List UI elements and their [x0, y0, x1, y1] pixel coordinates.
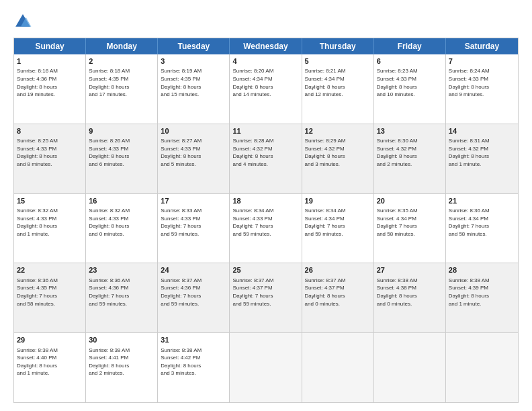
header — [13, 12, 519, 31]
day-number: 25 — [232, 265, 298, 275]
calendar-cell: 11Sunrise: 8:28 AMSunset: 4:32 PMDayligh… — [230, 124, 302, 193]
cell-info: Sunrise: 8:37 AMSunset: 4:37 PMDaylight:… — [305, 277, 371, 308]
logo-icon — [13, 12, 32, 31]
weekday-header-monday: Monday — [86, 38, 158, 54]
day-number: 16 — [89, 196, 154, 206]
day-number: 11 — [232, 126, 298, 136]
cell-info: Sunrise: 8:31 AMSunset: 4:32 PMDaylight:… — [449, 137, 515, 168]
weekday-header-sunday: Sunday — [14, 38, 86, 54]
day-number: 18 — [232, 196, 298, 206]
calendar: SundayMondayTuesdayWednesdayThursdayFrid… — [13, 38, 519, 403]
weekday-header-thursday: Thursday — [302, 38, 374, 54]
calendar-cell: 28Sunrise: 8:38 AMSunset: 4:39 PMDayligh… — [446, 263, 518, 332]
calendar-cell: 30Sunrise: 8:38 AMSunset: 4:41 PMDayligh… — [86, 333, 158, 402]
cell-info: Sunrise: 8:32 AMSunset: 4:33 PMDaylight:… — [89, 207, 154, 238]
cell-info: Sunrise: 8:29 AMSunset: 4:32 PMDaylight:… — [305, 137, 371, 168]
calendar-row-2: 15Sunrise: 8:32 AMSunset: 4:33 PMDayligh… — [14, 193, 518, 263]
calendar-cell: 29Sunrise: 8:38 AMSunset: 4:40 PMDayligh… — [14, 333, 86, 402]
day-number: 8 — [17, 126, 83, 136]
calendar-row-1: 8Sunrise: 8:25 AMSunset: 4:33 PMDaylight… — [14, 124, 518, 193]
calendar-cell: 10Sunrise: 8:27 AMSunset: 4:33 PMDayligh… — [158, 124, 230, 193]
cell-info: Sunrise: 8:36 AMSunset: 4:35 PMDaylight:… — [17, 277, 83, 308]
weekday-header-tuesday: Tuesday — [158, 38, 230, 54]
day-number: 19 — [305, 196, 371, 206]
cell-info: Sunrise: 8:24 AMSunset: 4:33 PMDaylight:… — [449, 67, 515, 98]
day-number: 21 — [449, 196, 515, 206]
day-number: 17 — [161, 196, 226, 206]
day-number: 7 — [449, 56, 515, 66]
cell-info: Sunrise: 8:30 AMSunset: 4:32 PMDaylight:… — [377, 137, 443, 168]
logo — [13, 12, 35, 31]
calendar-cell — [230, 333, 302, 402]
day-number: 24 — [161, 265, 226, 275]
day-number: 20 — [377, 196, 443, 206]
cell-info: Sunrise: 8:38 AMSunset: 4:40 PMDaylight:… — [17, 347, 83, 377]
calendar-cell: 15Sunrise: 8:32 AMSunset: 4:33 PMDayligh… — [14, 194, 86, 263]
calendar-cell — [446, 333, 518, 402]
calendar-cell: 9Sunrise: 8:26 AMSunset: 4:33 PMDaylight… — [86, 124, 158, 193]
calendar-cell: 18Sunrise: 8:34 AMSunset: 4:33 PMDayligh… — [230, 194, 302, 263]
cell-info: Sunrise: 8:32 AMSunset: 4:33 PMDaylight:… — [17, 207, 83, 238]
page: SundayMondayTuesdayWednesdayThursdayFrid… — [0, 0, 532, 411]
day-number: 10 — [161, 126, 226, 136]
calendar-cell: 20Sunrise: 8:35 AMSunset: 4:34 PMDayligh… — [374, 194, 446, 263]
cell-info: Sunrise: 8:38 AMSunset: 4:41 PMDaylight:… — [89, 347, 154, 377]
calendar-cell: 21Sunrise: 8:36 AMSunset: 4:34 PMDayligh… — [446, 194, 518, 263]
calendar-row-3: 22Sunrise: 8:36 AMSunset: 4:35 PMDayligh… — [14, 263, 518, 332]
cell-info: Sunrise: 8:23 AMSunset: 4:33 PMDaylight:… — [377, 67, 443, 98]
day-number: 23 — [89, 265, 154, 275]
calendar-cell: 26Sunrise: 8:37 AMSunset: 4:37 PMDayligh… — [302, 263, 374, 332]
cell-info: Sunrise: 8:38 AMSunset: 4:39 PMDaylight:… — [449, 277, 515, 308]
cell-info: Sunrise: 8:36 AMSunset: 4:34 PMDaylight:… — [449, 207, 515, 238]
calendar-cell: 17Sunrise: 8:33 AMSunset: 4:33 PMDayligh… — [158, 194, 230, 263]
calendar-cell: 24Sunrise: 8:37 AMSunset: 4:36 PMDayligh… — [158, 263, 230, 332]
cell-info: Sunrise: 8:34 AMSunset: 4:33 PMDaylight:… — [232, 207, 298, 238]
cell-info: Sunrise: 8:16 AMSunset: 4:36 PMDaylight:… — [17, 67, 83, 98]
weekday-header-saturday: Saturday — [446, 38, 518, 54]
calendar-cell — [374, 333, 446, 402]
cell-info: Sunrise: 8:38 AMSunset: 4:42 PMDaylight:… — [161, 347, 226, 377]
cell-info: Sunrise: 8:37 AMSunset: 4:37 PMDaylight:… — [232, 277, 298, 308]
calendar-cell: 25Sunrise: 8:37 AMSunset: 4:37 PMDayligh… — [230, 263, 302, 332]
calendar-cell: 6Sunrise: 8:23 AMSunset: 4:33 PMDaylight… — [374, 54, 446, 124]
day-number: 9 — [89, 126, 154, 136]
calendar-cell: 7Sunrise: 8:24 AMSunset: 4:33 PMDaylight… — [446, 54, 518, 124]
day-number: 3 — [161, 56, 226, 66]
day-number: 12 — [305, 126, 371, 136]
calendar-body: 1Sunrise: 8:16 AMSunset: 4:36 PMDaylight… — [14, 54, 518, 402]
cell-info: Sunrise: 8:21 AMSunset: 4:34 PMDaylight:… — [305, 67, 371, 98]
cell-info: Sunrise: 8:25 AMSunset: 4:33 PMDaylight:… — [17, 137, 83, 168]
day-number: 15 — [17, 196, 83, 206]
calendar-cell: 16Sunrise: 8:32 AMSunset: 4:33 PMDayligh… — [86, 194, 158, 263]
calendar-cell: 13Sunrise: 8:30 AMSunset: 4:32 PMDayligh… — [374, 124, 446, 193]
calendar-row-4: 29Sunrise: 8:38 AMSunset: 4:40 PMDayligh… — [14, 332, 518, 402]
cell-info: Sunrise: 8:26 AMSunset: 4:33 PMDaylight:… — [89, 137, 154, 168]
calendar-cell: 2Sunrise: 8:18 AMSunset: 4:35 PMDaylight… — [86, 54, 158, 124]
calendar-cell: 14Sunrise: 8:31 AMSunset: 4:32 PMDayligh… — [446, 124, 518, 193]
cell-info: Sunrise: 8:37 AMSunset: 4:36 PMDaylight:… — [161, 277, 226, 308]
day-number: 28 — [449, 265, 515, 275]
weekday-header-friday: Friday — [374, 38, 446, 54]
calendar-cell: 12Sunrise: 8:29 AMSunset: 4:32 PMDayligh… — [302, 124, 374, 193]
calendar-cell: 1Sunrise: 8:16 AMSunset: 4:36 PMDaylight… — [14, 54, 86, 124]
day-number: 27 — [377, 265, 443, 275]
calendar-header: SundayMondayTuesdayWednesdayThursdayFrid… — [14, 38, 518, 54]
calendar-cell: 19Sunrise: 8:34 AMSunset: 4:34 PMDayligh… — [302, 194, 374, 263]
day-number: 13 — [377, 126, 443, 136]
cell-info: Sunrise: 8:34 AMSunset: 4:34 PMDaylight:… — [305, 207, 371, 238]
cell-info: Sunrise: 8:28 AMSunset: 4:32 PMDaylight:… — [232, 137, 298, 168]
weekday-header-wednesday: Wednesday — [230, 38, 302, 54]
cell-info: Sunrise: 8:33 AMSunset: 4:33 PMDaylight:… — [161, 207, 226, 238]
calendar-row-0: 1Sunrise: 8:16 AMSunset: 4:36 PMDaylight… — [14, 54, 518, 124]
cell-info: Sunrise: 8:38 AMSunset: 4:38 PMDaylight:… — [377, 277, 443, 308]
day-number: 30 — [89, 335, 154, 345]
calendar-cell: 5Sunrise: 8:21 AMSunset: 4:34 PMDaylight… — [302, 54, 374, 124]
day-number: 6 — [377, 56, 443, 66]
day-number: 31 — [161, 335, 226, 345]
day-number: 22 — [17, 265, 83, 275]
day-number: 29 — [17, 335, 83, 345]
day-number: 26 — [305, 265, 371, 275]
cell-info: Sunrise: 8:36 AMSunset: 4:36 PMDaylight:… — [89, 277, 154, 308]
calendar-cell: 31Sunrise: 8:38 AMSunset: 4:42 PMDayligh… — [158, 333, 230, 402]
day-number: 14 — [449, 126, 515, 136]
